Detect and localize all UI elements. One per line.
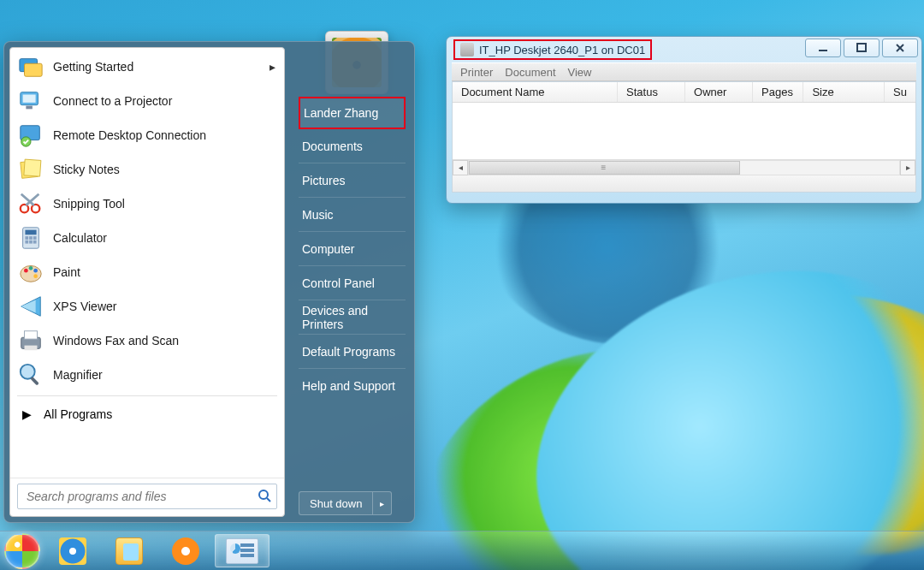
program-paint[interactable]: Paint bbox=[10, 255, 284, 289]
minimize-button[interactable] bbox=[805, 39, 841, 57]
svg-point-27 bbox=[21, 365, 35, 379]
svg-rect-16 bbox=[25, 240, 28, 244]
printer-queue-window: IT_HP Deskjet 2640_P1 on DC01 Printer Do… bbox=[446, 36, 922, 204]
col-pages[interactable]: Pages bbox=[753, 82, 803, 102]
col-owner[interactable]: Owner bbox=[685, 82, 753, 102]
places-label: Documents bbox=[302, 140, 363, 153]
close-button[interactable] bbox=[882, 39, 918, 57]
col-submitted[interactable]: Su bbox=[885, 82, 915, 102]
remote-desktop-icon bbox=[15, 120, 46, 151]
program-snipping-tool[interactable]: Snipping Tool bbox=[10, 187, 284, 221]
places-default-programs[interactable]: Default Programs bbox=[299, 335, 406, 369]
places-music[interactable]: Music bbox=[299, 198, 406, 232]
svg-point-20 bbox=[24, 269, 28, 273]
horizontal-scrollbar[interactable]: ◂ ▸ bbox=[453, 159, 915, 175]
submenu-arrow-icon: ▸ bbox=[270, 60, 275, 74]
all-programs-label: All Programs bbox=[44, 407, 112, 421]
places-help-support[interactable]: Help and Support bbox=[299, 369, 406, 403]
menu-document[interactable]: Document bbox=[505, 66, 555, 79]
program-remote-desktop[interactable]: Remote Desktop Connection bbox=[10, 118, 284, 152]
scroll-track[interactable] bbox=[468, 160, 900, 175]
svg-rect-26 bbox=[25, 346, 38, 351]
start-menu-programs-pane: Getting Started ▸ Connect to a Projector… bbox=[9, 47, 285, 517]
window-title-highlight: IT_HP Deskjet 2640_P1 on DC01 bbox=[453, 39, 652, 60]
shutdown-button[interactable]: Shut down bbox=[299, 491, 373, 515]
places-documents[interactable]: Documents bbox=[299, 129, 406, 163]
control-panel-icon bbox=[226, 538, 258, 564]
wmp-icon bbox=[172, 537, 199, 565]
fax-scan-icon bbox=[15, 325, 46, 356]
places-label: Control Panel bbox=[302, 276, 375, 290]
svg-rect-28 bbox=[30, 377, 39, 386]
window-statusbar bbox=[453, 175, 915, 192]
col-size[interactable]: Size bbox=[803, 82, 885, 102]
places-pictures[interactable]: Pictures bbox=[299, 163, 406, 198]
windows-orb-icon bbox=[4, 533, 40, 569]
program-calculator[interactable]: Calculator bbox=[10, 221, 284, 255]
ie-icon bbox=[59, 537, 86, 565]
all-programs-arrow-icon: ▶ bbox=[22, 407, 32, 421]
separator bbox=[17, 395, 277, 396]
window-title: IT_HP Deskjet 2640_P1 on DC01 bbox=[479, 44, 645, 56]
shutdown-options-button[interactable]: ▸ bbox=[373, 491, 392, 515]
program-magnifier[interactable]: Magnifier bbox=[10, 358, 284, 392]
print-queue-list[interactable] bbox=[453, 103, 915, 159]
scroll-right-button[interactable]: ▸ bbox=[900, 160, 915, 175]
menu-view[interactable]: View bbox=[568, 66, 592, 79]
program-label: Paint bbox=[53, 265, 80, 279]
menu-printer[interactable]: Printer bbox=[460, 66, 493, 79]
program-label: Snipping Tool bbox=[53, 197, 125, 211]
places-label: Default Programs bbox=[302, 345, 395, 359]
svg-rect-8 bbox=[24, 159, 41, 176]
svg-rect-12 bbox=[25, 230, 36, 235]
places-label: Music bbox=[302, 208, 334, 222]
places-computer[interactable]: Computer bbox=[299, 232, 406, 266]
close-icon bbox=[894, 42, 906, 54]
printer-icon bbox=[460, 43, 474, 56]
svg-rect-4 bbox=[26, 106, 33, 110]
taskbar bbox=[0, 531, 924, 570]
col-document-name[interactable]: Document Name bbox=[453, 82, 618, 102]
col-status[interactable]: Status bbox=[618, 82, 685, 102]
scroll-left-button[interactable]: ◂ bbox=[453, 160, 468, 175]
window-body: Document Name Status Owner Pages Size Su… bbox=[452, 81, 916, 193]
svg-point-22 bbox=[33, 269, 38, 273]
all-programs[interactable]: ▶ All Programs bbox=[10, 400, 284, 429]
start-menu: Getting Started ▸ Connect to a Projector… bbox=[3, 41, 415, 523]
taskbar-media-player[interactable] bbox=[158, 534, 213, 567]
chevron-right-icon: ▸ bbox=[380, 499, 384, 508]
taskbar-active-window[interactable] bbox=[215, 534, 270, 567]
column-headers: Document Name Status Owner Pages Size Su bbox=[453, 82, 915, 103]
taskbar-ie[interactable] bbox=[45, 534, 100, 567]
program-label: Getting Started bbox=[53, 60, 133, 74]
program-sticky-notes[interactable]: Sticky Notes bbox=[10, 152, 284, 187]
program-xps-viewer[interactable]: XPS Viewer bbox=[10, 289, 284, 324]
shutdown-label: Shut down bbox=[310, 497, 362, 510]
places-devices-printers[interactable]: Devices and Printers bbox=[299, 300, 406, 335]
paint-icon bbox=[15, 257, 46, 288]
search-input[interactable] bbox=[27, 490, 258, 503]
taskbar-explorer[interactable] bbox=[102, 534, 157, 567]
svg-line-30 bbox=[267, 498, 270, 502]
xps-viewer-icon bbox=[15, 291, 46, 322]
program-label: Magnifier bbox=[53, 368, 103, 382]
program-label: Calculator bbox=[53, 231, 107, 245]
maximize-button[interactable] bbox=[844, 39, 880, 57]
program-getting-started[interactable]: Getting Started ▸ bbox=[10, 50, 284, 84]
scroll-thumb[interactable] bbox=[469, 161, 740, 175]
getting-started-icon bbox=[15, 51, 46, 82]
program-fax-scan[interactable]: Windows Fax and Scan bbox=[10, 324, 284, 358]
username-item[interactable]: Lander Zhang bbox=[299, 97, 406, 129]
start-button[interactable] bbox=[0, 531, 44, 570]
places-control-panel[interactable]: Control Panel bbox=[299, 266, 406, 300]
window-titlebar[interactable]: IT_HP Deskjet 2640_P1 on DC01 bbox=[447, 37, 921, 62]
program-label: Sticky Notes bbox=[53, 163, 120, 176]
search-icon bbox=[258, 489, 271, 505]
svg-rect-17 bbox=[29, 240, 33, 244]
svg-rect-14 bbox=[29, 236, 33, 240]
program-label: Remote Desktop Connection bbox=[53, 128, 206, 142]
projector-icon bbox=[15, 86, 46, 116]
program-connect-projector[interactable]: Connect to a Projector bbox=[10, 84, 284, 118]
svg-point-21 bbox=[29, 266, 33, 270]
search-box[interactable] bbox=[17, 484, 277, 509]
